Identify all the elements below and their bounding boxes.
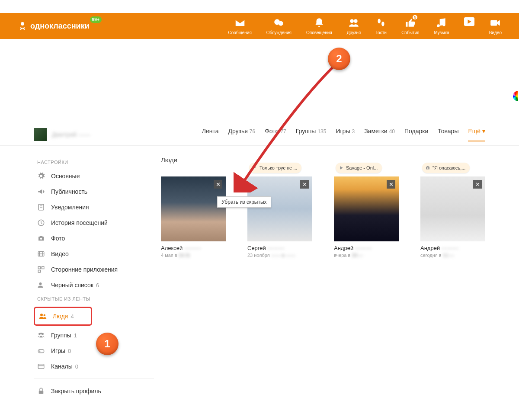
status-pill[interactable]: Только трус не ... [249, 163, 301, 173]
header-nav: Сообщения Обсуждения Оповещения Друзья Г… [228, 17, 502, 35]
rainbow-widget[interactable] [513, 91, 518, 101]
sidebar-item-groups[interactable]: Группы1 [34, 327, 154, 343]
tab-photo[interactable]: Фото77 [265, 128, 286, 141]
person-photo[interactable]: ✕ Убрать из скрытых [161, 176, 226, 241]
svg-point-4 [354, 19, 358, 23]
sidebar-item-channels[interactable]: Каналы0 [34, 359, 154, 374]
nav-guests[interactable]: Гости [375, 17, 387, 35]
annotation-highlight-1: Люди4 [34, 307, 92, 326]
annotation-marker-1: 1 [96, 333, 119, 355]
profile-bar: Дмитрий —— Лента Друзья76 Фото77 Группы1… [0, 123, 519, 146]
svg-point-15 [39, 282, 42, 285]
annotation-marker-2: 2 [328, 48, 350, 70]
tab-gifts[interactable]: Подарки [404, 128, 428, 141]
history-icon [37, 219, 45, 227]
megaphone-icon [37, 188, 45, 196]
nav-play[interactable] [464, 17, 474, 26]
svg-rect-23 [39, 391, 44, 394]
envelope-icon [234, 17, 246, 29]
sidebar-item-photo[interactable]: Фото [34, 231, 154, 246]
remove-button[interactable]: ✕ [473, 180, 482, 189]
sidebar-item-people[interactable]: Люди4 [35, 308, 90, 324]
friends-icon [348, 17, 359, 29]
note-icon [37, 203, 45, 211]
person-photo[interactable]: ✕ [247, 176, 312, 241]
film-icon [37, 250, 45, 258]
sidebar-item-main[interactable]: Основные [34, 168, 154, 184]
svg-point-18 [38, 333, 41, 335]
logo-text: одноклассники [30, 22, 90, 31]
sidebar-item-games[interactable]: Игры0 [34, 343, 154, 359]
events-count-badge: 5 [413, 15, 417, 19]
tab-feed[interactable]: Лента [202, 128, 219, 141]
avatar[interactable] [34, 128, 47, 141]
gamepad-icon [37, 347, 45, 355]
sidebar-item-close-profile[interactable]: Закрыть профиль [34, 383, 154, 399]
top-header: одноклассники 99+ Сообщения Обсуждения О… [0, 13, 519, 39]
svg-rect-21 [38, 349, 44, 353]
person-name[interactable]: Андрей ——— [420, 245, 485, 251]
channels-icon [37, 362, 45, 370]
nav-events[interactable]: 5 События [401, 17, 419, 35]
nav-friends[interactable]: Друзья [347, 17, 361, 35]
logo[interactable]: одноклассники 99+ [17, 21, 90, 31]
svg-point-19 [42, 333, 44, 335]
svg-rect-22 [38, 364, 44, 369]
tab-games[interactable]: Игры3 [336, 128, 355, 141]
sidebar: НАСТРОЙКИ Основные Публичность Уведомлен… [34, 146, 154, 399]
svg-point-3 [350, 19, 354, 23]
status-pill[interactable]: Savage - Onl... [336, 163, 382, 173]
person-date: сегодня в 11:— [420, 253, 485, 258]
svg-rect-14 [38, 270, 40, 273]
sidebar-item-publicity[interactable]: Публичность [34, 184, 154, 199]
nav-messages[interactable]: Сообщения [228, 17, 252, 35]
person-name[interactable]: Сергей ——— [247, 245, 312, 251]
person-card: "Я опасаюсь,... ✕ Андрей ——— сегодня в 1… [420, 176, 485, 258]
status-pill[interactable]: "Я опасаюсь,... [422, 163, 470, 173]
tab-groups[interactable]: Группы135 [296, 128, 327, 141]
gear-icon [37, 172, 45, 180]
sidebar-item-notifications[interactable]: Уведомления [34, 199, 154, 215]
music-icon [436, 17, 447, 29]
svg-point-17 [44, 314, 46, 317]
sidebar-item-apps[interactable]: Сторонние приложения [34, 262, 154, 277]
username[interactable]: Дмитрий —— [52, 131, 90, 138]
video-icon [490, 17, 501, 29]
remove-button[interactable]: ✕ [387, 180, 395, 189]
tab-goods[interactable]: Товары [438, 128, 458, 141]
sidebar-item-video[interactable]: Видео [34, 246, 154, 262]
person-photo[interactable]: ✕ [420, 176, 485, 241]
notif-badge: 99+ [90, 16, 102, 23]
person-photo[interactable]: ✕ [334, 176, 399, 241]
svg-rect-12 [38, 266, 40, 269]
person-date: 23 ноября —— в —— [247, 253, 312, 258]
sidebar-item-history[interactable]: История посещений [34, 215, 154, 231]
user-minus-icon [37, 281, 45, 289]
chat-icon [273, 17, 285, 29]
nav-discussions[interactable]: Обсуждения [266, 17, 292, 35]
person-card: ✕ Убрать из скрытых Алексей ——— 4 мая в … [161, 176, 226, 258]
person-card: Savage - Onl... ✕ Андрей ——— вчера в 20:… [334, 176, 399, 258]
person-name[interactable]: Алексей ——— [161, 245, 226, 251]
divider [34, 378, 154, 379]
person-name[interactable]: Андрей ——— [334, 245, 399, 251]
logo-icon [17, 21, 28, 31]
remove-button[interactable]: ✕ [300, 180, 309, 189]
camera-icon [37, 234, 45, 242]
tab-friends[interactable]: Друзья76 [228, 128, 255, 141]
nav-video[interactable]: Видео [489, 17, 502, 35]
groups-icon [37, 331, 45, 339]
camera-icon [425, 165, 430, 170]
tab-notes[interactable]: Заметки40 [364, 128, 395, 141]
person-date: 4 мая в 16:31 [161, 253, 226, 258]
nav-music[interactable]: Музыка [434, 17, 449, 35]
svg-point-6 [381, 21, 384, 26]
tab-more[interactable]: Ещё ▾ [468, 128, 485, 141]
nav-notifications[interactable]: Оповещения [306, 17, 332, 35]
people-cards: ✕ Убрать из скрытых Алексей ——— 4 мая в … [161, 176, 485, 258]
people-icon [39, 312, 47, 320]
remove-button[interactable]: ✕ [214, 180, 222, 189]
sidebar-item-blacklist[interactable]: Черный список6 [34, 277, 154, 293]
person-date: вчера в 20:— [334, 253, 399, 258]
profile-tabs: Лента Друзья76 Фото77 Группы135 Игры3 За… [202, 128, 485, 141]
